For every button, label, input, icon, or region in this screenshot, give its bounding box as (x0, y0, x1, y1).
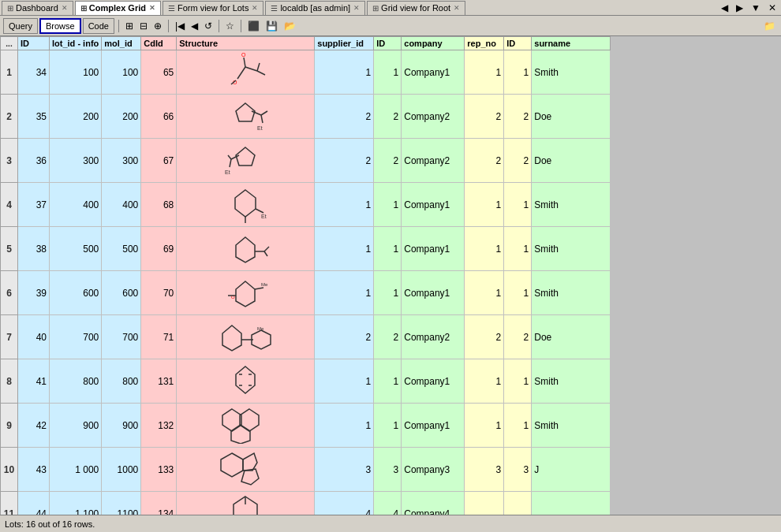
code-button[interactable]: Code (83, 18, 114, 34)
svg-marker-44 (243, 453, 257, 471)
cell-structure: Me (177, 315, 315, 359)
grid-container[interactable]: ... ID lot_id - info mol_id CdId Structu… (0, 36, 781, 515)
browse-button[interactable]: Browse (39, 18, 81, 34)
cell-id2: 4 (374, 492, 402, 515)
cell-surname: Smith (532, 359, 611, 404)
cell-supplier-id: 1 (315, 227, 374, 271)
cell-repno: 1 (465, 404, 504, 448)
svg-text:Et: Et (225, 169, 230, 175)
export-icon[interactable]: ⬛ (245, 19, 262, 33)
win-menu[interactable]: ▼ (748, 2, 764, 13)
cell-supplier-id: 1 (315, 183, 374, 227)
row-number: 2 (1, 95, 18, 139)
cell-supplier-id: 1 (315, 271, 374, 315)
tab-close-complex-grid[interactable]: ✕ (149, 4, 155, 12)
tab-dashboard[interactable]: ⊞ Dashboard ✕ (2, 1, 73, 15)
grid-icon2[interactable]: ⊟ (137, 19, 150, 33)
table-row[interactable]: 841800800131 11Company111Smith (1, 359, 611, 404)
cell-id: 40 (18, 315, 50, 359)
tab-localdb[interactable]: ☰ localdb [as admin] ✕ (265, 1, 365, 15)
cell-id3: 1 (504, 50, 532, 95)
win-close[interactable]: ✕ (765, 2, 779, 13)
cell-lot: 1 100 (50, 492, 102, 515)
cell-structure (177, 359, 315, 404)
grid-icon1[interactable]: ⊞ (123, 19, 136, 33)
add-icon[interactable]: ⊕ (151, 19, 164, 33)
svg-text:O: O (241, 52, 246, 58)
table-row[interactable]: 53850050069 11Company111Smith (1, 227, 611, 271)
cell-company: Company1 (402, 227, 465, 271)
cell-cdid: 71 (141, 315, 177, 359)
svg-text:Et: Et (261, 214, 267, 219)
table-row[interactable]: 11441 1001100134 N H 44Company4 (1, 492, 611, 515)
win-next[interactable]: ▶ (733, 2, 746, 13)
col-header-id3[interactable]: ID (504, 37, 532, 50)
table-row[interactable]: 33630030067 Et 22Company222Doe (1, 139, 611, 183)
tab-complex-grid[interactable]: ⊞ Complex Grid ✕ (75, 1, 161, 15)
col-header-structure[interactable]: Structure (177, 37, 315, 50)
refresh[interactable]: ↺ (202, 19, 215, 33)
cell-id2: 1 (374, 359, 402, 404)
cell-cdid: 66 (141, 95, 177, 139)
col-header-repno[interactable]: rep_no (465, 37, 504, 50)
cell-repno: 2 (465, 139, 504, 183)
svg-line-14 (231, 155, 239, 159)
cell-mol: 500 (102, 227, 141, 271)
tab-close-form-lots[interactable]: ✕ (252, 4, 258, 12)
col-header-surname[interactable]: surname (532, 37, 611, 50)
query-button[interactable]: Query (3, 18, 38, 34)
table-row[interactable]: 10431 0001000133 33Company333J (1, 448, 611, 492)
tab-close-dashboard[interactable]: ✕ (62, 4, 68, 12)
svg-line-29 (255, 288, 263, 289)
col-header-supplier[interactable]: supplier_id (315, 37, 374, 50)
localdb-icon: ☰ (271, 4, 278, 13)
cell-id: 43 (18, 448, 50, 492)
col-header-mol[interactable]: mol_id (102, 37, 141, 50)
cell-mol: 1100 (102, 492, 141, 515)
cell-id2: 2 (374, 315, 402, 359)
tab-close-grid-root[interactable]: ✕ (454, 4, 460, 12)
svg-line-4 (244, 58, 245, 67)
svg-line-20 (256, 209, 263, 213)
tab-close-localdb[interactable]: ✕ (353, 4, 360, 12)
nav-prev[interactable]: ◀ (189, 19, 200, 33)
col-header-id[interactable]: ID (18, 37, 50, 50)
star-icon[interactable]: ☆ (223, 19, 237, 33)
cell-company: Company1 (402, 271, 465, 315)
svg-marker-31 (222, 326, 241, 351)
table-row[interactable]: 43740040068 Et 11Company111Smith (1, 183, 611, 227)
table-row[interactable]: 942900900132 11Company111Smith (1, 404, 611, 448)
cell-id2: 1 (374, 271, 402, 315)
col-header-rownum[interactable]: ... (1, 37, 18, 50)
cell-cdid: 69 (141, 227, 177, 271)
table-row[interactable]: 23520020066 Et 22Company222Doe (1, 95, 611, 139)
table-row[interactable]: 13410010065 O O 11Company111Smith (1, 50, 611, 95)
col-header-cdid[interactable]: CdId (141, 37, 177, 50)
cell-id: 35 (18, 95, 50, 139)
col-header-company[interactable]: company (402, 37, 465, 50)
folder-icon[interactable]: 📁 (761, 19, 778, 33)
table-row[interactable]: 74070070071 Me 22Company222Doe (1, 315, 611, 359)
col-header-id2[interactable]: ID (374, 37, 402, 50)
svg-text:Et: Et (257, 125, 263, 131)
nav-first[interactable]: |◀ (173, 19, 187, 33)
cell-supplier-id: 2 (315, 95, 374, 139)
svg-marker-13 (236, 147, 255, 166)
cell-repno: 1 (465, 183, 504, 227)
col-header-lot[interactable]: lot_id - info (50, 37, 102, 50)
row-number: 10 (1, 448, 18, 492)
sep4 (241, 20, 241, 32)
tab-grid-root[interactable]: ⊞ Grid view for Root ✕ (367, 1, 465, 15)
tab-form-lots[interactable]: ☰ Form view for Lots ✕ (163, 1, 263, 15)
cell-supplier-id: 2 (315, 315, 374, 359)
grid-root-icon: ⊞ (372, 4, 379, 13)
save-icon[interactable]: 💾 (263, 19, 280, 33)
table-row[interactable]: 63960060070 O Me 11Company111Smith (1, 271, 611, 315)
svg-line-0 (237, 67, 245, 79)
cell-id3: 2 (504, 139, 532, 183)
cell-id2: 1 (374, 227, 402, 271)
cell-repno: 3 (465, 448, 504, 492)
open-icon[interactable]: 📂 (282, 19, 298, 33)
cell-mol: 900 (102, 404, 141, 448)
win-prev[interactable]: ◀ (718, 2, 731, 13)
